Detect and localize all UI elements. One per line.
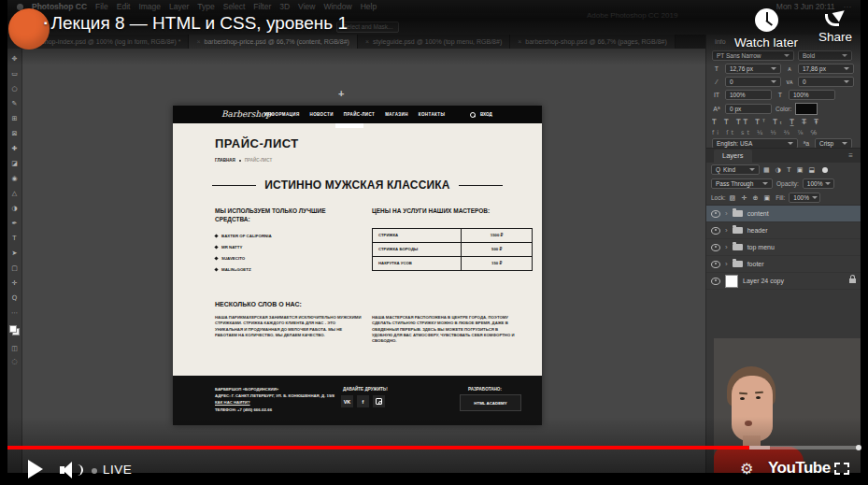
filter-toggle[interactable] [822,167,828,173]
chevron-right-icon[interactable]: › [725,260,728,268]
watch-later-button[interactable]: Watch later [733,8,800,50]
play-button[interactable] [28,460,43,478]
layer-name: footer [747,261,764,267]
menu-photoshop[interactable]: Photoshop CC [32,2,87,11]
layer-row-content[interactable]: › content [706,206,861,222]
layer-row-footer[interactable]: › footer [706,256,861,273]
layer-row-layer-24-copy[interactable]: Layer 24 copy [706,273,861,290]
menu-file[interactable]: File [95,2,108,11]
font-family-select[interactable]: PT Sans Narrow [712,50,794,61]
share-button[interactable]: Share [811,8,860,44]
foreground-color-swatch[interactable] [9,325,17,333]
menu-help[interactable]: Help [361,2,377,11]
progress-bar[interactable] [7,446,861,449]
toolbar[interactable]: ✥ ▭ ○ ✎ ⊞ ⊠ ✚ ◪ ◉ △ ◑ ✒ T ➤ ▢ ✛ Q ⋯ ◫ ◌ [7,49,22,473]
eye-icon[interactable] [711,261,720,268]
doc-tab-styleguide[interactable]: styleguide.psd @ 100% (top menu, RGB/8#) [358,35,510,49]
settings-gear-icon[interactable]: ⚙ [740,460,753,478]
eye-icon[interactable] [711,227,720,235]
lock-icons[interactable]: ▨ ✛ ⊕ ▣ [730,194,773,202]
doc-tab-barbershop-price[interactable]: barbershop-price.psd @ 66,7% (content, R… [189,35,357,49]
chevron-right-icon[interactable]: › [725,226,728,235]
screen-mode-icons[interactable]: ◫ ◌ [7,342,21,368]
text-color-swatch[interactable] [795,103,818,115]
design-products-heading: МЫ ИСПОЛЬЗУЕМ ТОЛЬКО ЛУЧШИЕ СРЕДСТВА: [215,207,363,223]
design-nav: ИНФОРМАЦИЯ НОВОСТИ ПРАЙС-ЛИСТ МАГАЗИН КО… [264,106,445,123]
menu-layer[interactable]: Layer [169,2,189,11]
design-products-list: BAXTER OF CALIFORNIA MR NATTY SUAVECITO … [215,234,363,272]
menu-type[interactable]: Type [197,2,214,11]
progress-played [7,446,749,449]
list-item: MALIN+GOETZ [215,267,363,272]
folder-icon [733,261,743,267]
kerning-icon: ⁄ [712,78,721,85]
opacity-select[interactable]: 100% [803,178,834,189]
color-swatches[interactable] [9,325,20,335]
opacity-label: Opacity: [776,180,799,187]
kerning-select[interactable]: 0 [725,77,781,87]
eye-icon[interactable] [711,278,720,285]
breadcrumb: ГЛАВНАЯ ПРАЙС-ЛИСТ [215,158,272,163]
chevron-right-icon[interactable]: › [725,243,728,251]
design-hero-title: ИСТИННО МУЖСКАЯ КЛАССИКА [264,178,449,192]
table-row: СТРИЖКА БОРОДЫ500 ₽ [373,243,532,257]
horizontal-scale-icon: T [776,92,785,98]
youtube-logo[interactable]: YouTube [768,459,831,478]
fullscreen-icon[interactable] [834,463,849,475]
layer-filter-select[interactable]: Q Kind [711,164,760,175]
leading-select[interactable]: 17,86 px [798,64,854,74]
info-panel-tab[interactable]: Info [715,38,726,45]
tool-icons[interactable]: ✥ ▭ ○ ✎ ⊞ ⊠ ✚ ◪ ◉ △ ◑ ✒ T ➤ ▢ ✛ Q ⋯ [7,51,21,321]
panel-menu-icon[interactable]: ≡ [848,151,853,160]
design-nav-price: ПРАЙС-ЛИСТ [344,112,375,117]
webcam-overlay [714,338,861,473]
live-badge[interactable]: LIVE [103,463,132,477]
layer-row-header[interactable]: › header [706,222,861,239]
menu-window[interactable]: Window [323,2,351,11]
font-style-select[interactable]: Bold [798,50,852,61]
tab-layers[interactable]: Layers [714,150,752,163]
opentype-buttons[interactable]: fi ſt st ¼ ½ ⅔ ⅞ ℅ [712,129,855,136]
eye-icon[interactable] [711,210,720,218]
layer-row-top-menu[interactable]: › top menu [706,239,861,256]
tracking-icon: ᴠᴀ [785,78,794,85]
design-hero: ИСТИННО МУЖСКАЯ КЛАССИКА [173,178,542,192]
design-nav-shop: МАГАЗИН [385,112,408,117]
blend-mode-select[interactable]: Pass Through [711,178,773,189]
eye-icon[interactable] [711,244,720,251]
doc-tab-barbershop-shop[interactable]: barbershop-shop.psd @ 66,7% (pages, RGB/… [510,35,676,49]
design-footer-developed-heading: РАЗРАБОТАНО: [468,387,502,392]
text-style-buttons[interactable]: T T TT Tᵀ Tₜ T̲ T̶ Ŧ [712,118,855,126]
volume-button[interactable] [60,461,84,478]
progress-handle[interactable] [749,446,770,449]
menu-edit[interactable]: Edit [117,2,131,11]
list-item: BAXTER OF CALIFORNIA [215,234,363,238]
layer-list: › content › header › top menu [706,205,861,290]
baseline-field[interactable]: 0 px [725,104,772,114]
menu-3d[interactable]: 3D [279,2,290,11]
instagram-icon [373,395,385,407]
menu-view[interactable]: View [298,2,315,11]
font-size-select[interactable]: 12,76 px [725,64,781,74]
horizontal-scale-field[interactable]: 100% [789,90,835,100]
menu-image[interactable]: Image [138,2,161,11]
vertical-scale-field[interactable]: 100% [725,90,772,100]
layer-filter-type-icons[interactable]: ▦ ◑ T ▣ ⬓ [763,166,817,174]
chevron-right-icon[interactable]: › [725,209,728,218]
leading-icon: ᴀ [785,65,794,72]
canvas-area[interactable]: + Barbershop ИНФОРМАЦИЯ НОВОСТИ ПРАЙС-ЛИ… [22,49,705,473]
vk-icon: VK [341,395,353,407]
video-title[interactable]: Лекция 8 — HTML и CSS, уровень 1 [51,13,348,34]
design-footer-social-heading: ДАВАЙТЕ ДРУЖИТЬ! [343,387,388,392]
breadcrumb-home: ГЛАВНАЯ [215,158,235,163]
menu-filter[interactable]: Filter [253,2,271,11]
video-frame[interactable]: Photoshop CC File Edit Image Layer Type … [7,0,861,473]
menu-select[interactable]: Select [223,2,246,11]
tracking-select[interactable]: 0 [798,77,854,87]
fill-select[interactable]: 100% [789,193,820,203]
video-title-row: ▪ Лекция 8 — HTML и CSS, уровень 1 [44,13,348,34]
layer-name: content [747,210,769,217]
design-login-label: ВХОД [480,112,492,117]
person-mouth [745,421,752,426]
design-nav-information: ИНФОРМАЦИЯ [264,112,300,117]
